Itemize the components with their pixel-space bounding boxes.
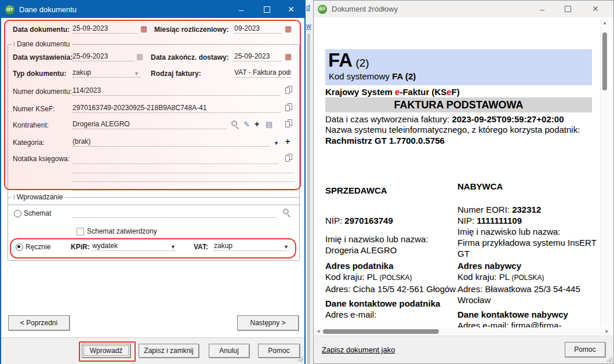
buyer-nip: NIP: 1111111109 xyxy=(457,215,604,226)
zapisz-i-zamknij-button[interactable]: Zapisz i zamknij xyxy=(139,344,199,358)
seller-contact-heading: Dane kontaktowe podatnika xyxy=(325,298,457,309)
schemat-radio-label: Schemat xyxy=(24,209,51,218)
annotation-box-wprowadz xyxy=(79,341,136,362)
anuluj-button[interactable]: Anuluj xyxy=(209,344,249,358)
invoice-code-banner: FA (2) Kod systemowy FA (2) xyxy=(325,49,592,85)
nastepny-button[interactable]: Następny > xyxy=(237,315,299,330)
buyer-nip-label: NIP: xyxy=(457,216,477,225)
background-link-fragment[interactable]: w xyxy=(306,22,311,30)
seller-nip-label: NIP: xyxy=(325,216,344,225)
background-link-fragment[interactable]: d xyxy=(306,3,310,12)
horizontal-scrollbar-thumb[interactable] xyxy=(323,329,439,334)
created-label: Data i czas wytworzenia faktury: xyxy=(325,114,452,124)
pomoc-button-left[interactable]: Pomoc xyxy=(258,344,300,358)
app-logo-icon: GT xyxy=(318,5,327,14)
background-scrollbar-fragment xyxy=(307,34,310,364)
form-area: Data dokumentu: 25-09-2023 ▦ Miesiąc roz… xyxy=(1,18,304,363)
footer-right: Zapisz dokument jako Pomoc xyxy=(314,336,613,363)
seller-heading: SPRZEDAWCA xyxy=(325,185,457,196)
seller-country-label: Kod kraju: PL xyxy=(325,272,377,282)
maximize-button[interactable] xyxy=(558,1,577,17)
app-logo-icon: GT xyxy=(5,5,14,14)
group-wprowadzanie-legend: Wprowadzanie xyxy=(12,193,65,201)
window-dane-dokumentu: GT Dane dokumentu – × Data dokumentu: 25… xyxy=(0,0,306,364)
schemat-zatwierdzony-label: Schemat zatwierdzony xyxy=(87,227,157,236)
search-icon[interactable] xyxy=(282,208,291,217)
buyer-eori: Numer EORI: 232312 xyxy=(457,204,604,215)
seller-country-note: (POLSKA) xyxy=(377,274,412,282)
seller-country: Kod kraju: PL (POLSKA) xyxy=(325,271,457,283)
seller-nip: NIP: 2970163749 xyxy=(325,215,457,226)
poprzedni-button[interactable]: < Poprzedni xyxy=(8,315,70,330)
buyer-eori-label: Numer EORI: xyxy=(457,205,512,214)
buyer-nip-value: 1111111109 xyxy=(477,216,522,225)
created-line: Data i czas wytworzenia faktury: 2023-09… xyxy=(325,114,564,125)
seller-address-heading: Adres podatnika xyxy=(325,260,457,271)
seller-nip-value: 2970163749 xyxy=(344,216,393,225)
ksef-text: Krajowy System xyxy=(325,87,395,97)
schemat-radio[interactable] xyxy=(14,210,21,217)
buyer-country-label: Kod kraju: PL xyxy=(457,272,510,282)
ksef-line: Krajowy System e-Faktur (KSeF) xyxy=(325,86,460,97)
schemat-zatwierdzony-checkbox xyxy=(77,228,84,235)
invoice-type-banner: FAKTURA PODSTAWOWA xyxy=(325,97,592,112)
system-code-value: FA (2) xyxy=(392,71,416,81)
ksef-text: -Faktur (KS xyxy=(399,87,446,97)
buyer-heading: NABYWCA xyxy=(457,181,604,192)
seller-name-label: Imię i nazwisko lub nazwa: xyxy=(325,234,457,245)
invoice-preview: FA (2) Kod systemowy FA (2) Krajowy Syst… xyxy=(314,17,613,337)
ksef-red-e: e xyxy=(446,87,451,97)
invoice-code-suffix: (2) xyxy=(353,57,369,69)
system-name-label: Nazwa systemu teleinformatycznego, z któ… xyxy=(325,125,580,134)
close-button[interactable]: × xyxy=(281,1,301,18)
schemat-field[interactable] xyxy=(72,209,277,218)
scroll-right-icon[interactable]: ► xyxy=(605,329,609,334)
seller-address: Adres: Cicha 15/5 42-561 Głogów xyxy=(325,283,457,294)
group-collapse-icon[interactable] xyxy=(14,195,14,199)
buyer-name-value: Firma przykładowa systemu InsERT GT xyxy=(457,237,604,259)
ksef-text: F) xyxy=(452,87,460,97)
created-value: 2023-09-25T09:59:27+02:00 xyxy=(452,114,564,124)
buyer-address: Adres: Bławatkowa 25/3 54-445 Wrocław xyxy=(457,283,604,305)
minimize-button[interactable]: – xyxy=(231,1,251,18)
zapisz-dokument-jako-link[interactable]: Zapisz dokument jako xyxy=(322,345,395,354)
buyer-column: NABYWCA Numer EORI: 232312 NIP: 11111111… xyxy=(457,181,604,331)
vertical-scrollbar[interactable]: ▲ xyxy=(600,19,609,327)
system-code-label: Kod systemowy xyxy=(329,71,392,81)
screen: GT Dane dokumentu – × Data dokumentu: 25… xyxy=(0,0,614,364)
seller-address-label: Adres: xyxy=(325,284,353,294)
scroll-up-icon[interactable]: ▲ xyxy=(602,21,607,26)
system-name-line: Nazwa systemu teleinformatycznego, z któ… xyxy=(325,124,602,146)
seller-column: SPRZEDAWCA NIP: 2970163749 Imię i nazwis… xyxy=(325,185,457,320)
background-window-sliver: d w xyxy=(306,0,313,364)
seller-address-value: Cicha 15/5 42-561 Głogów xyxy=(353,284,456,294)
seller-email-label: Adres e-mail: xyxy=(325,310,376,319)
vertical-scrollbar-thumb[interactable] xyxy=(602,32,607,90)
window-title-right: Dokument źródłowy xyxy=(332,5,398,13)
annotation-box-top xyxy=(4,20,301,190)
maximize-icon xyxy=(264,6,270,13)
window-title-left: Dane dokumentu xyxy=(19,5,77,14)
group-wprowadzanie-title: Wprowadzanie xyxy=(17,193,63,201)
window-dokument-zrodlowy: GT Dokument źródłowy – × FA (2) Kod syst… xyxy=(313,0,614,364)
seller-email: Adres e-mail: xyxy=(325,309,457,320)
scroll-left-icon[interactable]: ◄ xyxy=(316,329,321,334)
buyer-eori-value: 232312 xyxy=(512,205,541,214)
maximize-icon xyxy=(565,6,571,12)
system-code-line: Kod systemowy FA (2) xyxy=(325,70,592,81)
close-button[interactable]: × xyxy=(586,1,605,17)
maximize-button[interactable] xyxy=(257,1,277,18)
resize-grip[interactable] xyxy=(605,355,612,362)
buyer-country: Kod kraju: PL (POLSKA) xyxy=(457,271,604,283)
horizontal-scrollbar[interactable]: ◄ ► xyxy=(314,327,612,336)
buyer-name-label: Imię i nazwisko lub nazwa: xyxy=(457,226,604,237)
buyer-contact-heading: Dane kontaktowe nabywcy xyxy=(457,309,604,320)
buyer-address-label: Adres: xyxy=(457,284,485,294)
system-name-value: Rachmistrz GT 1.7700.0.5756 xyxy=(325,136,445,145)
pomoc-button-right[interactable]: Pomoc xyxy=(565,342,605,357)
buyer-country-note: (POLSKA) xyxy=(510,274,544,282)
annotation-box-recznie xyxy=(10,238,296,259)
minimize-button[interactable]: – xyxy=(532,1,552,17)
invoice-code: FA xyxy=(328,49,353,71)
seller-name-value: Drogeria ALEGRO xyxy=(325,245,457,256)
